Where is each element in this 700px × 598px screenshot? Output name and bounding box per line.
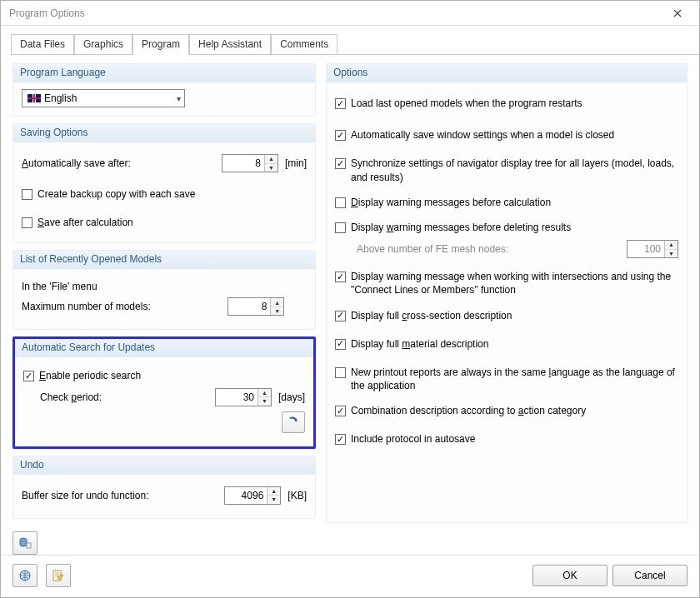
buffer-unit: [KB] [288,490,307,501]
tab-program[interactable]: Program [132,34,189,55]
spin-up-icon[interactable]: ▲ [271,298,283,307]
ok-button[interactable]: OK [532,565,608,586]
buffer-value[interactable] [225,487,267,504]
checkbox-warn-intersections[interactable]: Display warning message when working wit… [335,270,678,297]
checkbox-create-backup[interactable]: Create backup copy with each save [22,187,307,201]
language-value: English [44,92,77,104]
checkbox-include-protocol[interactable]: Include protocol in autosave [335,432,678,446]
group-saving-header: Saving Options [13,124,315,142]
spin-down-icon[interactable]: ▼ [665,250,678,258]
check-period-label: Check period: [40,391,102,403]
checkbox-sync-navigator[interactable]: Synchronize settings of navigator displa… [335,157,678,183]
auto-save-unit: [min] [285,157,307,169]
checkbox-box [335,339,346,350]
fe-nodes-spinner[interactable]: ▲▼ [627,240,678,258]
settings-icon-button[interactable] [12,531,38,555]
language-combo[interactable]: English ▾ [22,89,185,107]
checkbox-autosave-window-settings[interactable]: Automatically save window settings when … [335,128,678,142]
content-area: Program Language English ▾ Saving Option… [1,55,699,525]
spin-down-icon[interactable]: ▼ [268,496,280,504]
checkbox-box [335,406,346,416]
checkbox-box [335,98,346,109]
full-material-label: Display full material description [351,337,488,351]
autosave-window-label: Automatically save window settings when … [351,128,614,142]
buffer-label: Buffer size for undo function: [22,490,149,501]
max-models-value[interactable] [228,298,270,315]
database-gear-icon [18,536,32,550]
warn-before-delete-label: Display warning messages before deleting… [351,221,571,234]
max-models-label: Maximum number of models: [22,301,151,312]
tab-comments[interactable]: Comments [271,34,338,55]
check-period-spinner[interactable]: ▲▼ [215,388,272,406]
checkbox-box [22,189,32,200]
group-language: Program Language English ▾ [12,63,316,117]
help-button[interactable] [12,564,38,587]
checkbox-full-material[interactable]: Display full material description [335,337,678,351]
close-button[interactable] [661,3,694,23]
check-period-unit: [days] [278,391,305,403]
tab-bar: Data Files Graphics Program Help Assista… [1,26,699,55]
close-icon [673,9,682,17]
save-after-calc-label: Save after calculation [38,216,133,229]
check-now-button[interactable] [282,411,305,433]
max-models-spinner[interactable]: ▲▼ [228,297,284,316]
checkbox-box [335,222,346,233]
left-column: Program Language English ▾ Saving Option… [12,63,316,525]
load-last-label: Load last opened models when the program… [351,97,582,110]
group-recent-header: List of Recently Opened Models [13,251,315,269]
sync-navigator-label: Synchronize settings of navigator displa… [351,157,678,183]
checkbox-load-last[interactable]: Load last opened models when the program… [335,97,678,110]
combo-description-label: Combination description according to act… [351,404,586,417]
bottom-toolbar [1,525,699,555]
group-undo: Undo Buffer size for undo function: ▲▼ [… [12,456,316,519]
checkbox-warn-before-delete[interactable]: Display warning messages before deleting… [335,221,678,234]
include-protocol-label: Include protocol in autosave [351,432,475,446]
checkbox-box [335,272,346,282]
right-column: Options Load last opened models when the… [326,63,688,525]
checkbox-combo-description[interactable]: Combination description according to act… [335,404,678,417]
flag-uk-icon [28,94,41,102]
dialog-window: Program Options Data Files Graphics Prog… [0,0,700,598]
spin-down-icon[interactable]: ▼ [265,164,278,172]
full-cs-label: Display full cross-section description [351,309,512,322]
buffer-spinner[interactable]: ▲▼ [224,486,281,505]
spin-up-icon[interactable]: ▲ [265,155,278,164]
create-backup-label: Create backup copy with each save [38,187,195,201]
fe-nodes-row: Above number of FE mesh nodes: ▲▼ [357,240,678,258]
checkbox-box [335,367,346,378]
fe-nodes-label: Above number of FE mesh nodes: [357,243,508,255]
group-options: Options Load last opened models when the… [326,63,688,523]
checkbox-enable-periodic-search[interactable]: Enable periodic search [23,369,305,382]
auto-save-value[interactable] [222,155,264,172]
tab-graphics[interactable]: Graphics [74,34,132,55]
help-globe-icon [18,569,32,582]
checkbox-warn-before-calc[interactable]: Display warning messages before calculat… [335,196,678,209]
tab-help-assistant[interactable]: Help Assistant [189,34,271,55]
fe-nodes-value[interactable] [628,241,664,257]
auto-save-spinner[interactable]: ▲▼ [222,154,278,172]
check-period-value[interactable] [216,389,258,406]
tab-data-files[interactable]: Data Files [11,34,74,55]
group-undo-header: Undo [13,456,315,475]
checkbox-box [335,130,346,141]
spin-down-icon[interactable]: ▼ [258,397,271,406]
spin-up-icon[interactable]: ▲ [268,487,280,496]
group-options-header: Options [327,64,687,82]
checkbox-box [335,311,346,321]
spin-up-icon[interactable]: ▲ [665,241,678,250]
warn-intersections-label: Display warning message when working wit… [351,270,678,297]
checkbox-printout-language[interactable]: New printout reports are always in the s… [335,366,678,392]
checkbox-full-cs[interactable]: Display full cross-section description [335,309,678,322]
dialog-footer: OK Cancel [1,555,699,597]
warn-before-calc-label: Display warning messages before calculat… [351,196,551,209]
printout-language-label: New printout reports are always in the s… [351,366,678,392]
edit-notes-button[interactable] [46,564,71,587]
in-file-menu-label: In the 'File' menu [22,281,98,292]
group-recent-models: List of Recently Opened Models In the 'F… [12,250,316,330]
auto-save-label: Automatically save after: [22,157,131,169]
window-title: Program Options [9,7,85,19]
spin-up-icon[interactable]: ▲ [258,389,271,398]
spin-down-icon[interactable]: ▼ [271,307,283,316]
cancel-button[interactable]: Cancel [612,565,688,586]
checkbox-save-after-calc[interactable]: Save after calculation [22,216,307,229]
